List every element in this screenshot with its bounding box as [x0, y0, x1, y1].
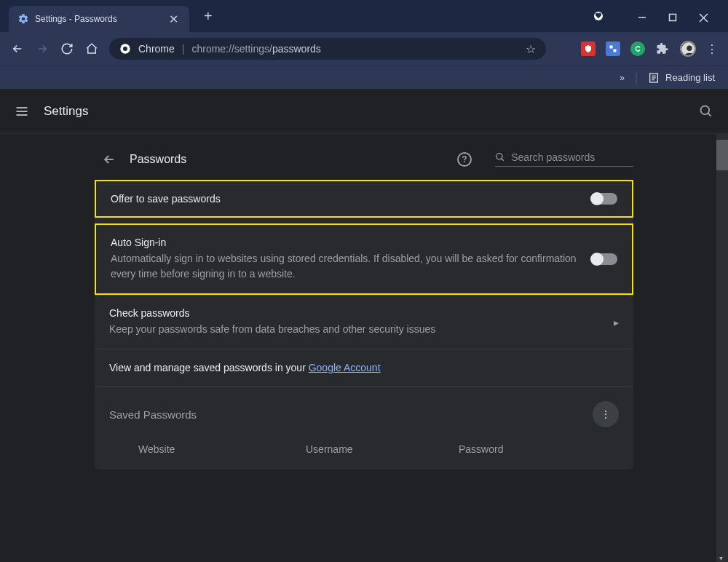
extensions-button[interactable]: [655, 41, 670, 56]
scrollbar-down-icon[interactable]: ▾: [719, 554, 727, 562]
saved-passwords-columns: Website Username Password: [109, 427, 619, 462]
offer-save-passwords-row: Offer to save passwords: [95, 180, 633, 218]
passwords-page: Passwords ? Offer to save passwords Auto…: [95, 141, 633, 562]
profile-avatar[interactable]: [680, 41, 696, 57]
titlebar: Settings - Passwords ✕ +: [0, 0, 728, 32]
back-button[interactable]: [10, 41, 25, 56]
close-window-button[interactable]: [696, 10, 711, 25]
settings-search-icon[interactable]: [699, 104, 713, 119]
bookmarks-bar: » | Reading list: [0, 66, 728, 89]
extension-translate-icon[interactable]: [606, 41, 620, 56]
column-website: Website: [138, 443, 306, 455]
offer-save-toggle[interactable]: [591, 193, 617, 205]
check-passwords-title: Check passwords: [109, 307, 614, 319]
column-username: Username: [306, 443, 459, 455]
extension-icons: ⋮: [581, 41, 718, 57]
chevron-right-icon: ▸: [614, 317, 619, 328]
svg-rect-2: [670, 15, 676, 21]
omnibox-url: chrome://settings/passwords: [191, 43, 320, 55]
check-passwords-row[interactable]: Check passwords Keep your passwords safe…: [95, 295, 633, 349]
svg-point-6: [123, 47, 127, 51]
auto-signin-sub: Automatically sign in to websites using …: [111, 251, 591, 282]
offer-save-title: Offer to save passwords: [111, 193, 591, 205]
scrollbar[interactable]: ▾: [716, 134, 728, 562]
omnibox-scheme: Chrome: [138, 43, 175, 55]
bookmark-star-icon[interactable]: ☆: [526, 42, 536, 56]
check-passwords-sub: Keep your passwords safe from data breac…: [109, 322, 614, 337]
column-password: Password: [459, 443, 503, 455]
auto-signin-toggle[interactable]: [591, 253, 617, 265]
search-passwords-input[interactable]: [511, 151, 633, 163]
omnibox-separator: |: [182, 43, 185, 55]
bookmarks-overflow-icon[interactable]: »: [620, 73, 625, 83]
saved-passwords-section: Saved Passwords ⋮ Website Username Passw…: [95, 386, 633, 470]
page-title: Passwords: [130, 153, 186, 166]
forward-button[interactable]: [35, 41, 50, 56]
google-account-link[interactable]: Google Account: [309, 362, 381, 373]
auto-signin-title: Auto Sign-in: [111, 237, 591, 248]
auto-signin-row: Auto Sign-in Automatically sign in to we…: [95, 223, 633, 295]
gear-icon: [17, 13, 29, 25]
search-passwords[interactable]: [495, 151, 633, 167]
home-button[interactable]: [84, 41, 99, 56]
minimize-button[interactable]: [635, 10, 649, 25]
svg-point-8: [687, 46, 692, 51]
browser-tab[interactable]: Settings - Passwords ✕: [9, 6, 189, 32]
settings-header: Settings: [0, 89, 728, 134]
menu-icon[interactable]: [15, 104, 29, 119]
maximize-button[interactable]: [665, 10, 680, 25]
content-area: Passwords ? Offer to save passwords Auto…: [0, 134, 728, 562]
help-icon[interactable]: ?: [457, 152, 472, 167]
chrome-menu-button[interactable]: ⋮: [706, 42, 718, 56]
google-account-row: View and manage saved passwords in your …: [95, 349, 633, 386]
extension-grammarly-icon[interactable]: [630, 41, 645, 56]
svg-line-19: [502, 159, 504, 161]
new-tab-button[interactable]: +: [204, 8, 213, 25]
tab-title: Settings - Passwords: [35, 14, 161, 24]
reload-button[interactable]: [60, 41, 74, 56]
back-arrow-icon[interactable]: [102, 152, 116, 167]
manage-prefix: View and manage saved passwords in your: [109, 362, 309, 373]
bookmarks-separator: |: [635, 71, 638, 84]
page-header: Passwords ?: [95, 141, 633, 180]
more-actions-button[interactable]: ⋮: [593, 401, 619, 427]
chrome-icon: [119, 43, 131, 55]
window-controls: [635, 0, 722, 25]
toolbar: Chrome | chrome://settings/passwords ☆ ⋮: [0, 32, 728, 66]
extension-adblock-icon[interactable]: [581, 41, 596, 56]
address-bar[interactable]: Chrome | chrome://settings/passwords ☆: [109, 38, 546, 60]
svg-point-16: [701, 106, 710, 114]
svg-point-18: [496, 154, 502, 159]
scrollbar-thumb[interactable]: [716, 140, 728, 170]
settings-title: Settings: [44, 104, 88, 119]
search-icon: [495, 151, 505, 163]
saved-passwords-heading: Saved Passwords: [109, 408, 197, 421]
settings-card: Offer to save passwords Auto Sign-in Aut…: [95, 180, 633, 470]
heart-icon[interactable]: [593, 10, 604, 22]
close-icon[interactable]: ✕: [167, 12, 181, 26]
svg-line-17: [708, 113, 711, 116]
reading-list-button[interactable]: Reading list: [648, 72, 715, 84]
